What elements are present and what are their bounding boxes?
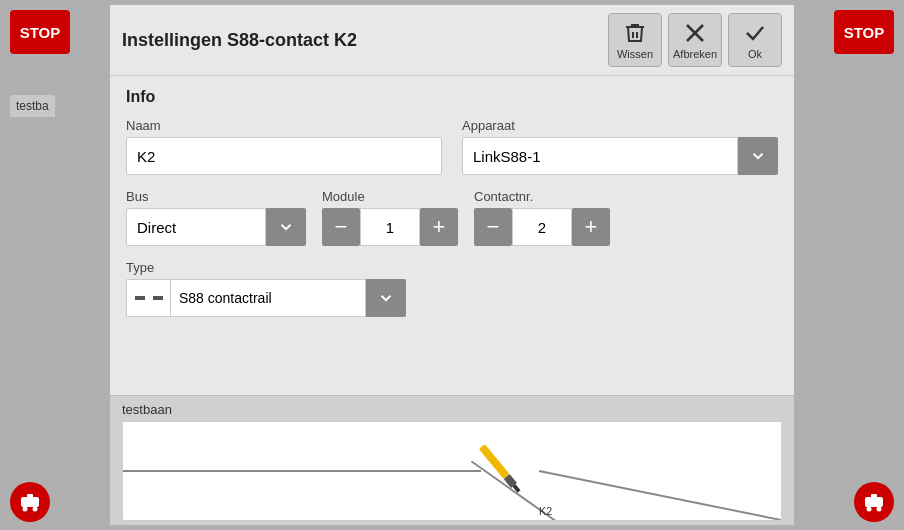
svg-rect-14	[27, 494, 33, 498]
svg-text:K2: K2	[539, 505, 552, 517]
wissen-label: Wissen	[617, 48, 653, 60]
apparaat-dropdown-btn[interactable]	[738, 137, 778, 175]
ok-button[interactable]: Ok	[728, 13, 782, 67]
preview-canvas: K2	[122, 421, 782, 521]
svg-rect-7	[479, 444, 510, 479]
type-label: Type	[126, 260, 778, 275]
ok-label: Ok	[748, 48, 762, 60]
train-icon-right	[861, 489, 887, 515]
type-dropdown-wrapper: S88 contactrail	[126, 279, 406, 317]
chevron-down-icon	[749, 147, 767, 165]
naam-apparaat-row: Naam Apparaat LinkS88-1	[126, 118, 778, 175]
check-icon	[743, 21, 767, 45]
bg-testbaan-label: testba	[10, 95, 55, 117]
chevron-down-icon-bus	[277, 218, 295, 236]
contactnr-increment-btn[interactable]: +	[572, 208, 610, 246]
dialog-title: Instellingen S88-contact K2	[122, 30, 357, 51]
bus-value: Direct	[126, 208, 266, 246]
apparaat-dropdown: LinkS88-1	[462, 137, 778, 175]
afbreken-label: Afbreken	[673, 48, 717, 60]
stop-button-left[interactable]: STOP	[10, 10, 70, 54]
module-label: Module	[322, 189, 458, 204]
bottom-icon-left	[10, 482, 50, 522]
train-icon-left	[17, 489, 43, 515]
preview-area: testbaan K2	[110, 395, 794, 525]
apparaat-label: Apparaat	[462, 118, 778, 133]
svg-rect-15	[865, 497, 883, 507]
module-stepper: − +	[322, 208, 458, 246]
x-icon	[683, 21, 707, 45]
naam-input[interactable]	[126, 137, 442, 175]
afbreken-button[interactable]: Afbreken	[668, 13, 722, 67]
chevron-down-icon-type	[377, 289, 395, 307]
bottom-icon-right	[854, 482, 894, 522]
preview-label: testbaan	[122, 402, 782, 417]
s88-rail-icon	[135, 290, 163, 306]
bus-label: Bus	[126, 189, 306, 204]
contactnr-stepper: − +	[474, 208, 610, 246]
svg-point-13	[33, 507, 38, 512]
module-increment-btn[interactable]: +	[420, 208, 458, 246]
naam-label: Naam	[126, 118, 442, 133]
svg-point-12	[23, 507, 28, 512]
dialog: Instellingen S88-contact K2 Wissen Afbre…	[110, 5, 794, 525]
type-text: S88 contactrail	[170, 279, 366, 317]
apparaat-value: LinkS88-1	[462, 137, 738, 175]
bus-dropdown: Direct	[126, 208, 306, 246]
trash-icon	[623, 21, 647, 45]
svg-line-5	[539, 471, 781, 520]
contactnr-decrement-btn[interactable]: −	[474, 208, 512, 246]
section-info-title: Info	[126, 88, 778, 106]
svg-point-17	[877, 507, 882, 512]
bus-group: Bus Direct	[126, 189, 306, 246]
svg-rect-3	[153, 296, 163, 300]
contactnr-label: Contactnr.	[474, 189, 610, 204]
module-decrement-btn[interactable]: −	[322, 208, 360, 246]
svg-rect-18	[871, 494, 877, 498]
type-dropdown-btn[interactable]	[366, 279, 406, 317]
contactnr-input[interactable]	[512, 208, 572, 246]
bus-dropdown-btn[interactable]	[266, 208, 306, 246]
type-row: Type S88 contactrail	[126, 260, 778, 317]
module-input[interactable]	[360, 208, 420, 246]
wissen-button[interactable]: Wissen	[608, 13, 662, 67]
header-buttons: Wissen Afbreken Ok	[608, 13, 782, 67]
preview-svg: K2	[123, 422, 781, 520]
stop-button-right[interactable]: STOP	[834, 10, 894, 54]
svg-rect-2	[135, 296, 145, 300]
apparaat-group: Apparaat LinkS88-1	[462, 118, 778, 175]
type-icon-box	[126, 279, 170, 317]
naam-group: Naam	[126, 118, 442, 175]
svg-point-16	[867, 507, 872, 512]
svg-rect-11	[21, 497, 39, 507]
module-group: Module − +	[322, 189, 458, 246]
dialog-body: Info Naam Apparaat LinkS88-1 Bus	[110, 76, 794, 395]
contactnr-group: Contactnr. − +	[474, 189, 610, 246]
bmc-row: Bus Direct Module − + Contac	[126, 189, 778, 246]
dialog-header: Instellingen S88-contact K2 Wissen Afbre…	[110, 5, 794, 76]
